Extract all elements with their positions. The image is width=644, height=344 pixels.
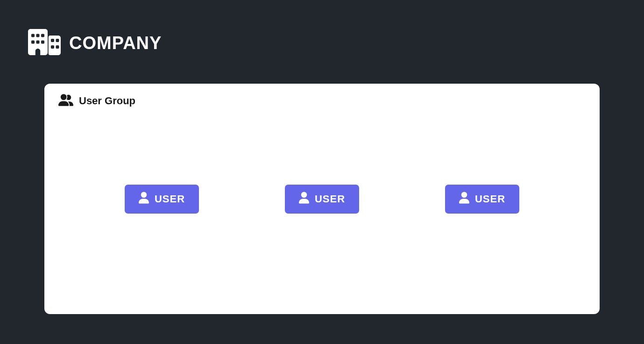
- user-chip-label: USER: [155, 193, 185, 205]
- building-icon: [28, 26, 61, 60]
- user-icon: [139, 192, 149, 207]
- page-header: COMPANY: [0, 0, 644, 60]
- user-chip-label: USER: [475, 193, 505, 205]
- user-icon: [459, 192, 469, 207]
- card-title: User Group: [79, 95, 135, 107]
- users-icon: [58, 94, 73, 108]
- company-title: COMPANY: [69, 33, 162, 53]
- user-chip-label: USER: [315, 193, 345, 205]
- user-chip: USER: [445, 185, 519, 214]
- user-chip: USER: [285, 185, 359, 214]
- user-group-card: User Group USER USER USER: [44, 84, 600, 314]
- user-row: USER USER USER: [44, 185, 600, 214]
- card-header: User Group: [58, 94, 586, 108]
- user-chip: USER: [125, 185, 199, 214]
- user-icon: [299, 192, 309, 207]
